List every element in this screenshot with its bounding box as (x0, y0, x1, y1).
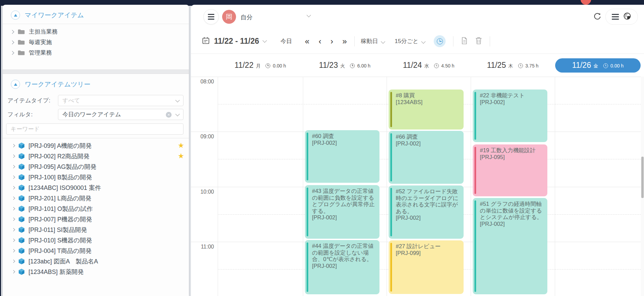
date-range-label[interactable]: 11/22 - 11/26 (214, 37, 259, 46)
document-button[interactable] (461, 37, 468, 46)
day-header-1123[interactable]: 11/23 火 6.00 h (303, 54, 387, 77)
chevron-right-icon[interactable] (12, 155, 15, 158)
event-card[interactable]: #60 調査 [PRJ-002] (305, 130, 379, 183)
event-project: [PRJ-099] (396, 250, 460, 257)
tree-item[interactable]: [PRJ-201] L商品の開発 (3, 193, 189, 203)
tree-item[interactable]: [123abc] 図面A 製品名A (3, 256, 189, 267)
trash-button[interactable] (475, 37, 482, 46)
clear-filter-icon[interactable]: ✕ (166, 112, 172, 118)
chevron-right-icon[interactable] (12, 176, 15, 179)
interval-dropdown[interactable]: 15分ごと (395, 37, 425, 45)
event-card[interactable]: #27 設計レビュー [PRJ-099] (389, 240, 464, 294)
menu-button[interactable] (203, 9, 219, 24)
tree-item[interactable]: [PRJ-004] T商品の開発 (3, 245, 189, 256)
today-button[interactable]: 今日 (280, 37, 292, 45)
keyword-input[interactable] (6, 123, 183, 135)
work-item-tree-title: ワークアイテムツリー (25, 80, 91, 89)
chevron-down-icon (175, 112, 180, 116)
tree-item[interactable]: [PRJ-010] S機器の開発 (3, 235, 189, 245)
collapse-my-work-items-button[interactable] (11, 11, 20, 20)
event-card[interactable]: #8 購買 [1234ABS] (389, 90, 464, 130)
event-card[interactable]: #51 グラフの経過時間軸の単位に数値を設定するとシステムが停止する。 [PRJ… (473, 198, 547, 294)
toolbar-divider (453, 36, 453, 46)
collapse-tree-button[interactable] (11, 80, 20, 89)
tree-item-label: [1234ABS] 新薬開発 (28, 268, 84, 276)
folder-row-main-duty[interactable]: 主担当業務 (3, 26, 189, 37)
work-item-cube-icon (18, 237, 25, 244)
tree-item[interactable]: [PRJ-007] P機器の開発 (3, 214, 189, 224)
tree-item[interactable]: [1234ABS] 新薬開発 (3, 267, 189, 277)
day-weekday: 水 (424, 63, 429, 69)
chevron-right-icon[interactable] (12, 228, 15, 232)
event-card[interactable]: #43 温度データの正常値の範囲に負数を設定するとプログラムが異常停止する。 [… (305, 185, 379, 239)
chevron-down-icon (422, 39, 426, 44)
clock-icon (518, 63, 523, 68)
refresh-button[interactable] (593, 12, 602, 22)
tree-item-label: [123abc] 図面A 製品名A (28, 257, 98, 265)
day-hours: 0.00 h (610, 63, 624, 68)
event-title: #19 工数入力機能設計 (480, 147, 544, 154)
vertical-scrollbar[interactable] (641, 77, 644, 296)
event-card[interactable]: #44 温度データの正常値の範囲を設定しない場合、0℃が表示される。 [PRJ-… (305, 240, 379, 294)
star-icon[interactable]: ★ (178, 141, 184, 150)
time-tracking-toggle[interactable] (434, 35, 446, 47)
chevron-down-icon[interactable] (307, 13, 311, 17)
chevron-down-icon[interactable] (262, 38, 267, 43)
prev-week-button[interactable]: « (305, 37, 309, 45)
chevron-right-icon[interactable] (12, 270, 15, 274)
event-card[interactable]: #19 工数入力機能設計 [PRJ-095] (473, 144, 547, 196)
tree-item[interactable]: [PRJ-095] AG製品の開発 (3, 161, 189, 172)
prev-day-button[interactable]: ‹ (318, 37, 321, 45)
day-hours: 3.75 h (525, 63, 539, 68)
chevron-right-icon[interactable] (12, 249, 15, 253)
tree-item[interactable]: [PRJ-099] A機能の開発 ★ (3, 140, 189, 151)
chevron-right-icon[interactable] (12, 260, 15, 263)
next-week-button[interactable]: » (342, 37, 347, 45)
tree-item[interactable]: [PRJ-101] O製品の試作 (3, 203, 189, 214)
selected-day-pill[interactable]: 11/26 金 0.00 h (555, 58, 641, 73)
chevron-right-icon[interactable] (12, 197, 15, 200)
day-header-1124[interactable]: 11/24 水 4.50 h (387, 54, 471, 77)
day-header-1122[interactable]: 11/22 月 0.00 h (218, 54, 303, 77)
hamburger-icon (208, 14, 214, 15)
folder-row-admin[interactable]: 管理業務 (3, 47, 189, 58)
chevron-right-icon[interactable] (12, 186, 15, 190)
project-tree-list: [PRJ-099] A機能の開発 ★ [PRJ-002] R2商品開発 ★ [P… (3, 138, 189, 277)
chevron-right-icon[interactable] (10, 30, 14, 34)
chevron-right-icon[interactable] (12, 207, 15, 211)
tree-item[interactable]: [PRJ-002] R2商品開発 ★ (3, 151, 189, 161)
chevron-right-icon[interactable] (10, 40, 14, 44)
filter-select[interactable]: 今日のワークアイテム ✕ (58, 109, 183, 120)
pie-chart-icon[interactable] (623, 12, 631, 22)
item-type-select[interactable]: すべて (58, 95, 183, 106)
tree-item-label: [PRJ-100] B製品の開発 (28, 173, 92, 181)
day-header-1125[interactable]: 11/25 木 3.75 h (471, 54, 555, 77)
list-view-icon[interactable] (612, 14, 619, 20)
working-day-dropdown[interactable]: 稼動日 (361, 37, 385, 45)
tree-item[interactable]: [1234ABC] ISO90001 案件 (3, 182, 189, 193)
calendar-grid[interactable]: 08:00 09:00 10:00 11:00 12:00 #60 調査 [PR… (191, 77, 641, 296)
clock-icon (437, 38, 443, 44)
folder-row-weekly[interactable]: 毎週実施 (3, 37, 189, 47)
event-card[interactable]: #22 非機能テスト [PRJ-002] (473, 90, 547, 142)
user-select-label[interactable]: 自分 (240, 13, 253, 21)
day-header-1126-selected[interactable]: 11/26 金 0.00 h (555, 54, 641, 77)
chevron-right-icon[interactable] (12, 165, 15, 169)
next-day-button[interactable]: › (330, 37, 333, 45)
chevron-right-icon[interactable] (12, 144, 15, 147)
tree-item[interactable]: [PRJ-011] SI製品開発 (3, 224, 189, 235)
tree-item[interactable]: [PRJ-100] B製品の開発 (3, 172, 189, 182)
clock-icon (603, 63, 608, 68)
chevron-right-icon[interactable] (12, 239, 15, 242)
day-weekday: 木 (508, 63, 513, 69)
chevron-right-icon[interactable] (10, 51, 14, 55)
top-avatar-partial[interactable] (581, 0, 591, 5)
app-window: マイワークアイテム 主担当業務 毎週実施 (0, 0, 644, 296)
star-icon[interactable]: ★ (178, 152, 184, 160)
scrollbar-thumb[interactable] (641, 157, 644, 198)
event-card[interactable]: #52 ファイルロード失敗時のエラーダイアログに表示される文字に誤字がある。 [… (389, 185, 464, 239)
work-item-cube-icon (18, 247, 25, 254)
user-avatar[interactable]: 岡 (222, 10, 236, 24)
event-card[interactable]: #66 調査 [PRJ-002] (389, 131, 464, 184)
chevron-right-icon[interactable] (12, 218, 15, 221)
